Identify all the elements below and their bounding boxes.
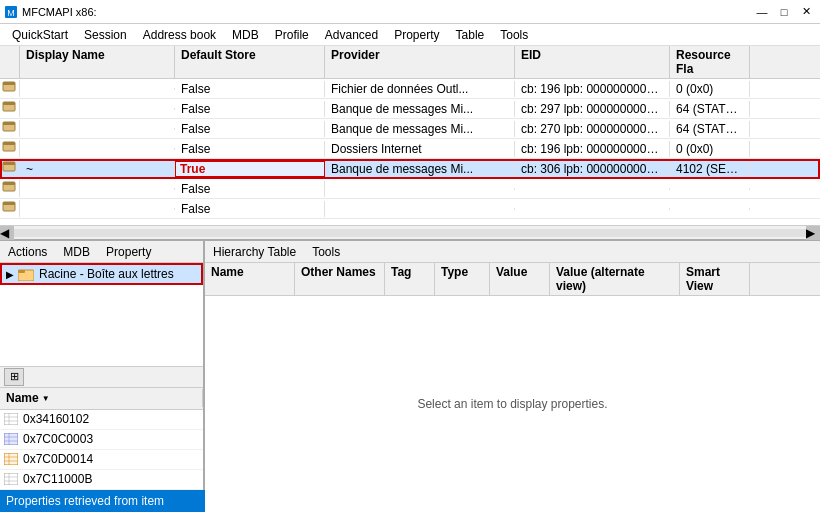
maximize-button[interactable]: □ — [774, 3, 794, 21]
svg-rect-5 — [3, 102, 15, 105]
menu-advanced[interactable]: Advanced — [317, 26, 386, 44]
submenu-actions[interactable]: Actions — [0, 243, 55, 261]
name-col-header[interactable]: Name ▼ — [0, 389, 203, 407]
submenu-property[interactable]: Property — [98, 243, 159, 261]
header-eid: EID — [515, 46, 670, 78]
title-bar: M MFCMAPI x86: — □ ✕ — [0, 0, 820, 24]
menu-property[interactable]: Property — [386, 26, 447, 44]
svg-rect-17 — [18, 270, 25, 273]
item-text: 0x34160102 — [23, 412, 89, 426]
list-item[interactable]: 0x7C0C0003 — [0, 430, 203, 450]
table-row[interactable]: False — [0, 179, 820, 199]
prop-header-other: Other Names — [295, 263, 385, 295]
svg-rect-3 — [3, 82, 15, 85]
property-panel: Hierarchy Table Tools Name Other Names T… — [205, 241, 820, 512]
table-row[interactable]: False Banque de messages Mi... cb: 270 l… — [0, 119, 820, 139]
menu-bar: QuickStart Session Address book MDB Prof… — [0, 24, 820, 46]
prop-header-value: Value — [490, 263, 550, 295]
svg-rect-18 — [4, 413, 18, 425]
top-table-header: Display Name Default Store Provider EID … — [0, 46, 820, 79]
scrollbar-track — [14, 229, 806, 237]
svg-rect-9 — [3, 142, 15, 145]
svg-rect-22 — [4, 433, 18, 445]
item-icon — [4, 453, 20, 465]
prop-header-alt: Value (alternate view) — [550, 263, 680, 295]
item-icon — [4, 473, 20, 485]
properties-button[interactable]: ⊞ — [4, 368, 24, 386]
status-bar: Properties retrieved from item — [0, 490, 205, 512]
svg-rect-26 — [4, 453, 18, 465]
prop-header-type: Type — [435, 263, 490, 295]
table-row[interactable]: False — [0, 199, 820, 219]
item-text: 0x7C11000B — [23, 472, 92, 486]
tree-item-root[interactable]: ▶ Racine - Boîte aux lettres — [0, 263, 203, 285]
header-resource-fla: Resource Fla — [670, 46, 750, 78]
prop-submenu-hierarchy[interactable]: Hierarchy Table — [205, 243, 304, 261]
table-row[interactable]: False Banque de messages Mi... cb: 297 l… — [0, 99, 820, 119]
tree-item-label: Racine - Boîte aux lettres — [39, 267, 174, 281]
menu-quickstart[interactable]: QuickStart — [4, 26, 76, 44]
main-container: Display Name Default Store Provider EID … — [0, 46, 820, 512]
menu-tools[interactable]: Tools — [492, 26, 536, 44]
svg-rect-13 — [3, 182, 15, 185]
menu-table[interactable]: Table — [448, 26, 493, 44]
menu-mdb[interactable]: MDB — [224, 26, 267, 44]
prop-header-tag: Tag — [385, 263, 435, 295]
menu-profile[interactable]: Profile — [267, 26, 317, 44]
list-item[interactable]: 0x7C0D0014 — [0, 450, 203, 470]
scroll-left-btn[interactable]: ◀ — [0, 226, 14, 240]
svg-rect-30 — [4, 473, 18, 485]
prop-header-smart: Smart View — [680, 263, 750, 295]
close-button[interactable]: ✕ — [796, 3, 816, 21]
table-row-selected[interactable]: ~ True Banque de messages Mi... cb: 306 … — [0, 159, 820, 179]
minimize-button[interactable]: — — [752, 3, 772, 21]
svg-rect-11 — [3, 162, 15, 165]
svg-rect-15 — [3, 202, 15, 205]
header-provider: Provider — [325, 46, 515, 78]
bottom-section: Actions MDB Property ▶ Raci — [0, 241, 820, 512]
menu-session[interactable]: Session — [76, 26, 135, 44]
top-table: False Fichier de données Outl... cb: 196… — [0, 79, 820, 225]
header-default-store: Default Store — [175, 46, 325, 78]
item-icon — [4, 413, 20, 425]
list-item[interactable]: 0x7C11000B — [0, 470, 203, 490]
status-text: Properties retrieved from item — [6, 494, 164, 508]
item-icon — [4, 433, 20, 445]
tree-item-icon — [18, 267, 36, 281]
item-text: 0x7C0D0014 — [23, 452, 93, 466]
property-header: Name Other Names Tag Type Value Value (a… — [205, 263, 820, 296]
property-icon-bar: ⊞ — [0, 366, 203, 388]
submenu-mdb[interactable]: MDB — [55, 243, 98, 261]
property-empty-message: Select an item to display properties. — [205, 296, 820, 512]
prop-submenu-tools[interactable]: Tools — [304, 243, 348, 261]
item-text: 0x7C0C0003 — [23, 432, 93, 446]
top-table-hscroll[interactable]: ◀ ▶ — [0, 225, 820, 239]
table-row[interactable]: False Fichier de données Outl... cb: 196… — [0, 79, 820, 99]
property-sub-menu-bar: Hierarchy Table Tools — [205, 241, 820, 263]
scroll-right-btn[interactable]: ▶ — [806, 226, 820, 240]
svg-text:M: M — [7, 8, 15, 18]
list-item[interactable]: 0x34160102 — [0, 410, 203, 430]
app-title: MFCMAPI x86: — [22, 6, 752, 18]
prop-header-name: Name — [205, 263, 295, 295]
bottom-left-panel: Actions MDB Property ▶ Raci — [0, 241, 205, 512]
top-table-section: Display Name Default Store Provider EID … — [0, 46, 820, 241]
sort-arrow: ▼ — [42, 394, 50, 403]
table-row[interactable]: False Dossiers Internet cb: 196 lpb: 000… — [0, 139, 820, 159]
header-display-name: Display Name — [20, 46, 175, 78]
tree-expand-arrow: ▶ — [6, 269, 18, 280]
icon-col-header — [0, 46, 20, 78]
tree-panel: ▶ Racine - Boîte aux lettres — [0, 263, 203, 366]
window-controls: — □ ✕ — [752, 3, 816, 21]
svg-rect-7 — [3, 122, 15, 125]
sub-menu-bar: Actions MDB Property — [0, 241, 203, 263]
name-list-header: Name ▼ — [0, 388, 203, 410]
app-icon: M — [4, 5, 18, 19]
menu-addressbook[interactable]: Address book — [135, 26, 224, 44]
